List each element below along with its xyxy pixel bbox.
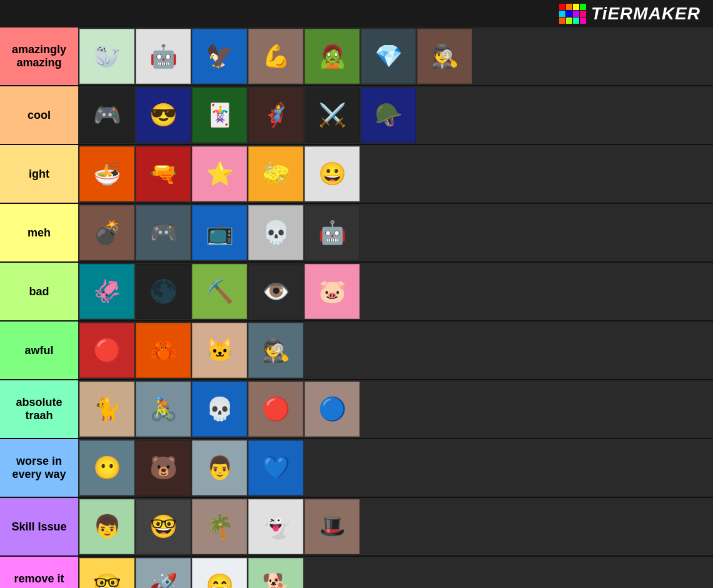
tier-item-troll[interactable]: 😀 [305, 146, 360, 201]
logo-text: TiERMAKER [591, 4, 700, 24]
tier-items-b: 🍜🔫⭐🧽😀 [78, 145, 713, 203]
logo-cell [559, 11, 565, 17]
logo-cell [580, 11, 586, 17]
tier-label-f: absolute traah [0, 380, 78, 438]
tier-item-robot[interactable]: 🤖 [305, 205, 360, 260]
tier-row-s: amazingly amazing🦭🤖🦅💪🧟💎🕵️ [0, 28, 713, 86]
tier-item-tf2b[interactable]: 🔵 [305, 382, 360, 437]
tier-item-tf2a[interactable]: 🔴 [248, 382, 303, 437]
tier-item-spongebob2[interactable]: 🦀 [136, 323, 191, 378]
tier-label-g: worse in every way [0, 439, 78, 497]
tier-item-jensen[interactable]: 😁 [192, 558, 247, 588]
tier-items-s: 🦭🤖🦅💪🧟💎🕵️ [78, 28, 713, 85]
tier-item-cool2[interactable]: 😎 [136, 88, 191, 143]
logo-cell [566, 11, 572, 17]
tier-item-bane[interactable]: 🦸 [248, 88, 303, 143]
tier-item-skull[interactable]: 💀 [248, 205, 303, 260]
tier-item-markiplier[interactable]: 📺 [192, 205, 247, 260]
tier-label-h: Skill Issue [0, 498, 78, 555]
tier-row-d: bad🦑🌑⛏️👁️🐷 [0, 263, 713, 322]
tier-item-roblox2[interactable]: 🎮 [79, 88, 134, 143]
logo-cell [573, 18, 579, 24]
tier-item-emoji[interactable]: 🤓 [79, 558, 134, 588]
tier-items-g: 😶🐻👨💙 [78, 439, 713, 497]
tier-items-a: 🎮😎🃏🦸⚔️🪖 [78, 86, 713, 144]
tier-item-bald1[interactable]: 💪 [248, 29, 303, 84]
logo-cell [559, 18, 565, 24]
tier-items-e: 🔴🦀🐱🕵️ [78, 322, 713, 379]
tier-items-d: 🦑🌑⛏️👁️🐷 [78, 263, 713, 320]
tier-item-tf2spy[interactable]: 🕵️ [248, 323, 303, 378]
tier-item-rock[interactable]: 💎 [361, 29, 416, 84]
tier-item-captain[interactable]: 🦅 [192, 29, 247, 84]
tier-label-c: meh [0, 204, 78, 261]
tier-item-kitten[interactable]: 🐈 [79, 382, 134, 437]
tiermaker-app: TiERMAKER amazingly amazing🦭🤖🦅💪🧟💎🕵️cool🎮… [0, 0, 713, 588]
tier-item-catdog[interactable]: 🐕 [248, 558, 303, 588]
logo-cell [566, 18, 572, 24]
tier-item-safari[interactable]: 🌴 [192, 499, 247, 554]
tier-item-tf2c[interactable]: 🎩 [305, 499, 360, 554]
tier-item-shadow2[interactable]: 👁️ [248, 264, 303, 319]
tier-item-elon[interactable]: 🚀 [136, 558, 191, 588]
tier-item-sponge[interactable]: 🧽 [248, 146, 303, 201]
tier-row-h: Skill Issue👦🤓🌴👻🎩 [0, 498, 713, 557]
tier-item-shadow[interactable]: 🌑 [136, 264, 191, 319]
top-bar: TiERMAKER [0, 0, 713, 28]
tier-item-roblox[interactable]: 🤖 [136, 29, 191, 84]
tier-row-f: absolute traah🐈🚴💀🔴🔵 [0, 380, 713, 439]
tier-row-e: awful🔴🦀🐱🕵️ [0, 322, 713, 380]
tier-label-d: bad [0, 263, 78, 320]
tier-row-c: meh💣🎮📺💀🤖 [0, 204, 713, 263]
tier-item-monkey[interactable]: 🕵️ [417, 29, 472, 84]
tier-item-halo[interactable]: 🪖 [361, 88, 416, 143]
tier-item-heavyweapon[interactable]: 🔫 [136, 146, 191, 201]
tier-item-darth[interactable]: ⚔️ [305, 88, 360, 143]
tier-item-patrick[interactable]: ⭐ [192, 146, 247, 201]
logo-cell [580, 18, 586, 24]
tier-item-sonic[interactable]: 💙 [248, 440, 303, 495]
tier-item-minecraft[interactable]: ⛏️ [192, 264, 247, 319]
tier-item-freddy[interactable]: 🐻 [136, 440, 191, 495]
tiermaker-logo: TiERMAKER [559, 4, 700, 24]
tier-item-peppapig[interactable]: 🐷 [305, 264, 360, 319]
tier-item-blob[interactable]: 🦭 [79, 29, 134, 84]
tier-label-i: remove it now [0, 557, 78, 588]
tier-item-justin[interactable]: 👦 [79, 499, 134, 554]
tier-item-fatguy[interactable]: 👨 [192, 440, 247, 495]
logo-cell [566, 4, 572, 10]
tier-items-c: 💣🎮📺💀🤖 [78, 204, 713, 261]
logo-grid [559, 4, 586, 24]
tier-item-cartoon1[interactable]: 🃏 [192, 88, 247, 143]
tier-label-e: awful [0, 322, 78, 379]
tier-label-b: ight [0, 145, 78, 203]
tier-item-tf2heavy[interactable]: 💣 [79, 205, 134, 260]
tier-row-g: worse in every way😶🐻👨💙 [0, 439, 713, 498]
tier-items-f: 🐈🚴💀🔴🔵 [78, 380, 713, 438]
tier-row-a: cool🎮😎🃏🦸⚔️🪖 [0, 86, 713, 145]
tier-item-zombie[interactable]: 🧟 [305, 29, 360, 84]
tier-item-amogus[interactable]: 🔴 [79, 323, 134, 378]
tier-label-s: amazingly amazing [0, 28, 78, 85]
tier-item-glasses[interactable]: 🤓 [136, 499, 191, 554]
tier-item-cyclist[interactable]: 🚴 [136, 382, 191, 437]
tier-row-i: remove it now🤓🚀😁🐕 [0, 557, 713, 588]
tier-item-ghost[interactable]: 👻 [248, 499, 303, 554]
tier-items-i: 🤓🚀😁🐕 [78, 557, 713, 588]
tier-item-sans[interactable]: 💀 [192, 382, 247, 437]
logo-cell [580, 4, 586, 10]
logo-cell [573, 4, 579, 10]
tier-item-cat[interactable]: 🐱 [192, 323, 247, 378]
logo-cell [573, 11, 579, 17]
tier-item-squidward[interactable]: 🦑 [79, 264, 134, 319]
tier-item-heavymeme[interactable]: 😶 [79, 440, 134, 495]
tier-item-gabe[interactable]: 🎮 [136, 205, 191, 260]
tier-item-naruto[interactable]: 🍜 [79, 146, 134, 201]
logo-cell [559, 4, 565, 10]
tier-label-a: cool [0, 86, 78, 144]
tier-items-h: 👦🤓🌴👻🎩 [78, 498, 713, 555]
tier-row-b: ight🍜🔫⭐🧽😀 [0, 145, 713, 204]
tier-list: amazingly amazing🦭🤖🦅💪🧟💎🕵️cool🎮😎🃏🦸⚔️🪖ight… [0, 28, 713, 588]
